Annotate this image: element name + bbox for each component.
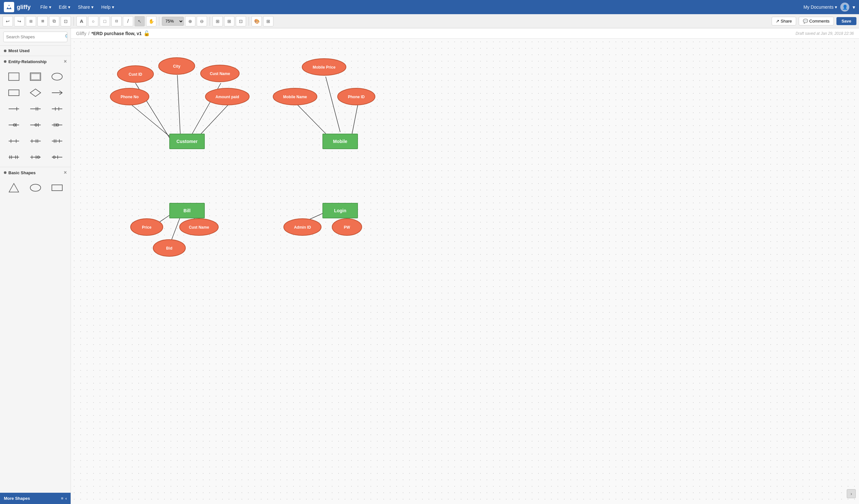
comments-button[interactable]: 💬 Comments (799, 17, 834, 26)
er-zero-many-shape[interactable] (26, 118, 45, 132)
oval-shape[interactable] (26, 181, 45, 195)
er-relationship-shape[interactable] (26, 86, 45, 100)
amount-paid-attr[interactable]: Amount paid (205, 87, 252, 106)
cust-id-attr[interactable]: Cust ID (116, 64, 155, 84)
er-many-many2-shape[interactable] (4, 150, 24, 164)
er-close-button[interactable]: × (64, 59, 67, 64)
pw-attr[interactable]: PW (331, 217, 364, 237)
zoom-in-button[interactable]: ⊕ (185, 16, 195, 27)
app-name: gliffy (17, 4, 31, 11)
er-zero-one-shape[interactable] (4, 118, 24, 132)
er-one-many-shape[interactable] (26, 102, 45, 116)
customer-entity[interactable]: Customer (169, 133, 205, 149)
er-one-shape[interactable] (4, 102, 24, 116)
my-documents[interactable]: My Documents ▾ (803, 4, 837, 10)
rectangle-shape[interactable] (47, 181, 67, 195)
er-shapes-grid (0, 67, 71, 167)
help-menu[interactable]: Help ▾ (98, 3, 117, 12)
er-one-one-shape[interactable] (4, 134, 24, 148)
er-many-one-shape[interactable] (47, 134, 67, 148)
bill-entity[interactable]: Bill (169, 203, 205, 218)
more-shapes[interactable]: More Shapes ≡ ‹ (0, 493, 71, 504)
diagram-canvas[interactable]: Customer Mobile Bill Login Cust ID City … (71, 38, 859, 501)
add-button[interactable]: ⊞ (212, 16, 223, 27)
svg-marker-7 (30, 89, 40, 96)
city-attr[interactable]: City (157, 56, 196, 76)
most-used-header[interactable]: Most Used (0, 45, 71, 56)
redo-button[interactable]: ↪ (14, 16, 25, 27)
login-entity[interactable]: Login (322, 203, 358, 218)
edit-menu[interactable]: Edit ▾ (56, 3, 74, 12)
undo-button[interactable]: ↩ (3, 16, 13, 27)
hand-button[interactable]: ✋ (146, 16, 156, 27)
basic-shapes-header[interactable]: Basic Shapes × (0, 167, 71, 178)
line-button[interactable]: / (123, 16, 133, 27)
sep3 (210, 17, 210, 26)
circle-button[interactable]: ○ (88, 16, 99, 27)
corner-button[interactable]: › (847, 489, 856, 498)
save-button[interactable]: Save (837, 17, 856, 25)
grid-button[interactable]: ⊞ (224, 16, 235, 27)
diagram-title[interactable]: *ERD purchase flow, v1 (92, 31, 142, 36)
svg-point-1 (8, 6, 10, 9)
cust-name-attr[interactable]: Cust Name (200, 64, 242, 83)
triangle-shape[interactable] (4, 181, 24, 195)
admin-id-attr[interactable]: Admin ID (283, 217, 323, 237)
select-all-button[interactable]: ⊠ (37, 16, 48, 27)
er-weak-entity-shape[interactable] (26, 69, 45, 84)
er-entity2-shape[interactable] (4, 86, 24, 100)
file-menu[interactable]: File ▾ (37, 3, 55, 12)
svg-rect-54 (51, 185, 62, 191)
duplicate-button[interactable]: ⧉ (49, 16, 59, 27)
color-button[interactable]: 🎨 (252, 16, 262, 27)
rect-button[interactable]: □ (100, 16, 110, 27)
logo-icon (4, 2, 14, 12)
zoom-select[interactable]: 75% 50% 100% 150% (162, 17, 184, 26)
most-used-label: Most Used (9, 48, 30, 53)
table-button[interactable]: ⊟ (111, 16, 122, 27)
magnet-button[interactable]: ⊡ (236, 16, 246, 27)
er-one-many2-shape[interactable] (26, 134, 45, 148)
er-many-zero-shape[interactable] (47, 118, 67, 132)
mobile-price-attr[interactable]: Mobile Price (301, 57, 348, 77)
breadcrumb-root[interactable]: Gliffy (76, 31, 87, 36)
select-button[interactable]: ⊞ (26, 16, 36, 27)
er-many-many-shape[interactable] (47, 102, 67, 116)
price-attr[interactable]: Price (130, 217, 165, 237)
er-zero-one3-shape[interactable] (47, 150, 67, 164)
connectors-layer (71, 38, 859, 501)
er-label: Entity-Relationship (9, 59, 46, 64)
er-header[interactable]: Entity-Relationship × (0, 56, 71, 67)
er-attr-shape[interactable] (47, 69, 67, 84)
zoom-out-button[interactable]: ⊖ (197, 16, 207, 27)
svg-point-5 (51, 73, 62, 80)
phone-id-attr[interactable]: Phone ID (337, 87, 377, 106)
draft-info: Draft saved at Jan 29, 2018 22:36 (796, 31, 854, 36)
delete-button[interactable]: ⊡ (61, 16, 71, 27)
mobile-entity[interactable]: Mobile (322, 133, 358, 149)
user-avatar[interactable]: 👤 (840, 3, 849, 12)
pointer-button[interactable]: ↖ (134, 16, 145, 27)
search-input[interactable] (3, 33, 63, 41)
mobile-name-attr[interactable]: Mobile Name (272, 87, 319, 106)
share-menu[interactable]: Share ▾ (75, 3, 97, 12)
nav-right: My Documents ▾ 👤 ▾ (803, 3, 855, 12)
svg-text:Admin ID: Admin ID (294, 225, 311, 230)
svg-line-58 (131, 104, 174, 140)
user-menu-arrow[interactable]: ▾ (853, 4, 855, 10)
er-connector-shape[interactable] (47, 86, 67, 100)
svg-text:Bid: Bid (166, 246, 172, 251)
bid-attr[interactable]: Bid (152, 238, 188, 258)
phone-no-attr[interactable]: Phone No (110, 87, 152, 106)
lock-icon[interactable]: 🔓 (144, 30, 150, 36)
bill-cust-name-attr[interactable]: Cust Name (179, 217, 221, 237)
basic-shapes-close-button[interactable]: × (64, 170, 67, 175)
svg-text:Mobile Price: Mobile Price (313, 65, 336, 69)
layers-button[interactable]: ⊞ (263, 16, 273, 27)
share-button[interactable]: ↗ Share (772, 17, 796, 26)
er-entity-shape[interactable] (4, 69, 24, 84)
sep4 (248, 17, 249, 26)
search-icon[interactable]: 🔍 (63, 32, 67, 42)
text-button[interactable]: A (76, 16, 87, 27)
er-zero-one2-shape[interactable] (26, 150, 45, 164)
